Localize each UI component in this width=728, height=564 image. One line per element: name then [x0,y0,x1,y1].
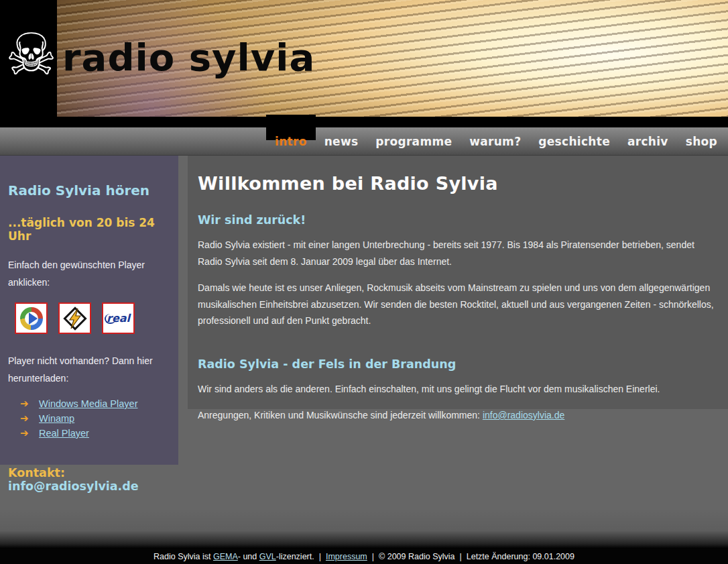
section2-paragraph-2: Anregungen, Kritiken und Musikwünsche si… [198,407,715,424]
impressum-link[interactable]: Impressum [326,552,367,561]
download-row-wmp: ➔ Windows Media Player [20,396,178,411]
footer-last-modified: Letzte Änderung: 09.01.2009 [467,552,574,561]
skull-crossbones-icon: ☠ [5,25,57,83]
arrow-right-icon: ➔ [20,398,39,410]
nav-item-geschichte[interactable]: geschichte [530,135,619,148]
section1-heading: Wir sind zurück! [198,213,708,227]
download-links: ➔ Windows Media Player ➔ Winamp ➔ Real P… [20,396,178,441]
logo-box: ☠ [0,0,57,117]
content-email-link[interactable]: info@radiosylvia.de [483,410,564,420]
player-buttons: real [15,302,178,334]
download-row-realplayer: ➔ Real Player [20,426,178,441]
footer-license-text: -lizenziert. [276,552,314,561]
site-title: radio sylvia [62,39,315,76]
winamp-icon [62,305,88,332]
section2-paragraph-2-text: Anregungen, Kritiken und Musikwünsche si… [198,410,483,420]
section2-paragraph-1: Wir sind anders als die anderen. Einfach… [198,381,715,398]
contact-email-link[interactable]: info@radiosylvia.de [8,480,139,493]
winamp-button[interactable] [58,302,91,334]
arrow-right-icon: ➔ [20,427,39,439]
download-link-wmp[interactable]: Windows Media Player [39,398,137,409]
download-link-realplayer[interactable]: Real Player [39,428,89,439]
download-link-winamp[interactable]: Winamp [39,413,74,424]
header-banner: ☠ radio sylvia [0,0,728,117]
header-divider [0,117,728,127]
real-player-button[interactable]: real [102,302,135,334]
footer-fade [0,508,728,549]
nav-item-warum[interactable]: warum? [461,135,530,148]
main-content: Willkommen bei Radio Sylvia Wir sind zur… [188,156,728,409]
section1-paragraph-2: Damals wie heute ist es unser Anliegen, … [198,280,715,329]
nav-item-archiv[interactable]: archiv [619,135,677,148]
windows-media-player-icon [20,307,43,330]
contact-label: Kontakt: [8,466,65,480]
player-hint: Einfach den gewünschten Player anklicken… [8,256,166,291]
nav-item-intro[interactable]: intro [266,135,316,148]
download-row-winamp: ➔ Winamp [20,411,178,426]
section2-heading: Radio Sylvia - der Fels in der Brandung [198,357,708,371]
windows-media-player-button[interactable] [15,302,48,334]
section1-paragraph-1: Radio Sylvia existiert - mit einer lange… [198,237,715,270]
header-light-streaks-image: radio sylvia [57,0,728,117]
download-hint: Player nicht vorhanden? Dann hier herunt… [8,352,166,387]
page: ☠ radio sylvia intro news programme waru… [0,0,728,564]
main-navigation: intro news programme warum? geschichte a… [0,127,728,156]
arrow-right-icon: ➔ [20,412,39,425]
nav-item-shop[interactable]: shop [677,135,726,148]
wmp-play-triangle [29,313,38,325]
nav-item-programme[interactable]: programme [367,135,461,148]
page-title: Willkommen bei Radio Sylvia [198,173,708,194]
broadcast-schedule: ...täglich von 20 bis 24 Uhr [8,216,178,243]
nav-item-news[interactable]: news [316,135,367,148]
footer: Radio Sylvia ist GEMA - und GVL -lizenzi… [0,549,728,564]
contact-line: Kontakt: info@radiosylvia.de [8,466,178,493]
real-player-icon: real [107,312,130,325]
gema-link[interactable]: GEMA [213,552,238,561]
footer-copyright: © 2009 Radio Sylvia [379,552,454,561]
footer-license-text: Radio Sylvia ist [154,552,213,561]
sidebar: Radio Sylvia hören ...täglich von 20 bis… [0,156,178,465]
footer-license-text: - und [238,552,259,561]
footer-separator: | [372,552,374,561]
footer-separator: | [459,552,461,561]
sidebar-heading: Radio Sylvia hören [8,182,178,199]
gvl-link[interactable]: GVL [259,552,276,561]
footer-separator: | [319,552,321,561]
